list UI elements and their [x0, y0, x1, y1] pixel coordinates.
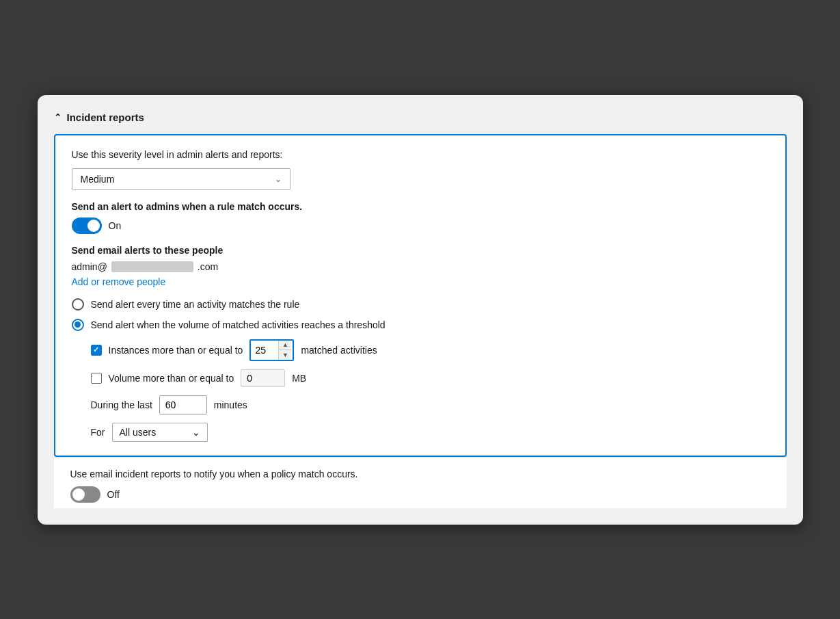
instances-spin-down[interactable]: ▼ [279, 350, 291, 360]
for-row: For All users ⌄ [91, 423, 769, 442]
inner-card: Use this severity level in admin alerts … [54, 134, 787, 457]
volume-row: Volume more than or equal to MB [91, 369, 769, 387]
for-label: For [91, 427, 105, 438]
chevron-up-icon: ⌃ [54, 112, 62, 122]
bottom-toggle[interactable] [70, 486, 100, 503]
volume-label: Volume more than or equal to [109, 373, 234, 384]
during-label: During the last [91, 399, 152, 410]
instances-spin-up[interactable]: ▲ [279, 341, 291, 350]
admin-alert-label: Send an alert to admins when a rule matc… [72, 201, 769, 234]
admin-alert-row: Send an alert to admins when a rule matc… [72, 201, 769, 234]
threshold-section: Instances more than or equal to ▲ ▼ matc… [91, 339, 769, 442]
volume-input[interactable] [241, 369, 285, 387]
instances-checkbox[interactable] [91, 345, 102, 356]
instances-row: Instances more than or equal to ▲ ▼ matc… [91, 339, 769, 361]
email-redacted [111, 261, 193, 272]
section-title: Incident reports [67, 111, 144, 123]
severity-selected: Medium [81, 174, 115, 185]
admin-email-row: admin@ .com [72, 261, 769, 272]
admin-alert-text: Send an alert to admins when a rule matc… [72, 201, 769, 212]
radio-option1[interactable] [72, 298, 84, 311]
radio-option2-row[interactable]: Send alert when the volume of matched ac… [72, 319, 769, 331]
bottom-toggle-row: Off [70, 486, 770, 503]
severity-dropdown[interactable]: Medium ⌄ [72, 168, 290, 190]
radio-option1-label: Send alert every time an activity matche… [91, 299, 300, 310]
instances-input[interactable] [251, 342, 278, 358]
email-alerts-label: Send email alerts to these people [72, 245, 769, 256]
email-prefix: admin@ [72, 261, 107, 272]
section-header: ⌃ Incident reports [54, 111, 787, 123]
during-input[interactable] [159, 395, 207, 414]
severity-section: Use this severity level in admin alerts … [72, 149, 769, 160]
during-row: During the last minutes [91, 395, 769, 414]
email-alerts-section: Send email alerts to these people admin@… [72, 245, 769, 287]
admin-alert-toggle-knob [87, 220, 100, 232]
instances-spinner: ▲ ▼ [278, 341, 291, 360]
severity-chevron-icon: ⌄ [275, 174, 282, 184]
bottom-toggle-knob [72, 488, 85, 501]
add-remove-people-button[interactable]: Add or remove people [72, 276, 166, 287]
severity-label: Use this severity level in admin alerts … [72, 149, 769, 160]
volume-unit: MB [292, 373, 306, 384]
bottom-section: Use email incident reports to notify you… [54, 457, 787, 508]
admin-alert-toggle[interactable] [72, 218, 102, 234]
radio-option1-row[interactable]: Send alert every time an activity matche… [72, 298, 769, 311]
volume-checkbox[interactable] [91, 373, 102, 384]
radio-option2-label: Send alert when the volume of matched ac… [91, 319, 385, 330]
for-chevron-icon: ⌄ [192, 427, 200, 438]
bottom-label: Use email incident reports to notify you… [70, 469, 770, 479]
instances-input-wrapper: ▲ ▼ [249, 339, 294, 361]
admin-alert-toggle-label: On [109, 220, 122, 231]
outer-card: ⌃ Incident reports Use this severity lev… [38, 95, 803, 525]
for-dropdown[interactable]: All users ⌄ [112, 423, 208, 442]
for-selected: All users [120, 427, 157, 438]
bottom-toggle-label: Off [107, 489, 120, 500]
during-unit: minutes [214, 399, 247, 410]
instances-label: Instances more than or equal to [109, 345, 243, 356]
email-suffix: .com [198, 261, 218, 272]
matched-activities-label: matched activities [301, 345, 377, 356]
alert-options-section: Send alert every time an activity matche… [72, 298, 769, 331]
radio-option2[interactable] [72, 319, 84, 331]
